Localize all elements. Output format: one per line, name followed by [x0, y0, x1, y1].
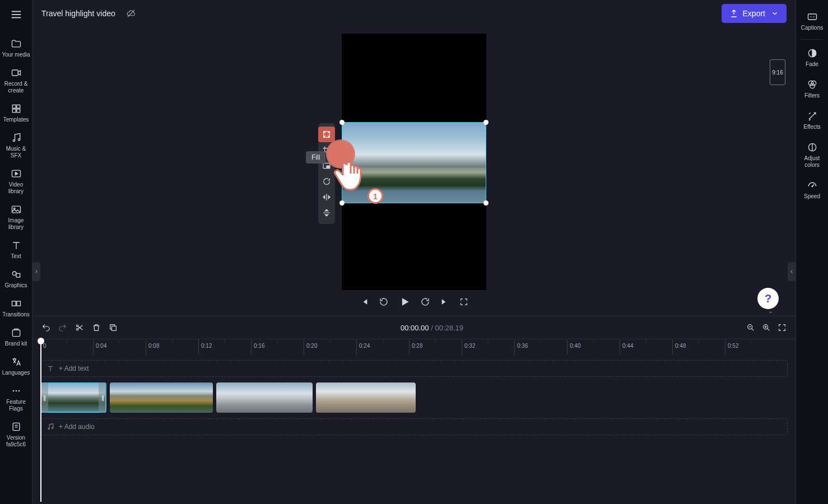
duplicate-button[interactable]: [109, 323, 118, 332]
fullscreen-button[interactable]: [459, 297, 468, 306]
sidebar-item-templates[interactable]: Templates: [0, 99, 32, 128]
sidebar-item-text[interactable]: Text: [0, 235, 32, 264]
go-end-button[interactable]: [440, 297, 449, 306]
ruler-minor-tick: [119, 339, 120, 344]
cursor-hand-icon: [332, 151, 372, 200]
timeline-clip[interactable]: [40, 382, 106, 413]
main-menu-button[interactable]: [5, 3, 27, 26]
ruler-tick: 0:40: [567, 339, 580, 354]
sidebar-item-your-media[interactable]: Your media: [0, 34, 32, 63]
left-sidebar: Your media Record & create Templates Mus…: [0, 0, 32, 504]
svg-rect-15: [12, 301, 16, 306]
rewind-5-icon: [379, 297, 389, 307]
sidebar-item-languages[interactable]: Languages: [0, 352, 32, 381]
rsb-label: Speed: [804, 193, 820, 200]
redo-icon: [58, 323, 67, 332]
export-button[interactable]: Export: [722, 4, 787, 23]
sidebar-item-brand-kit[interactable]: Brand kit: [0, 323, 32, 352]
image-library-icon: [10, 204, 22, 215]
more-icon: [10, 385, 22, 396]
aspect-ratio-label: 9:16: [772, 69, 783, 76]
timeline-clip[interactable]: [110, 382, 213, 413]
svg-point-20: [18, 390, 20, 392]
sidebar-label: Feature Flags: [1, 399, 31, 412]
go-start-button[interactable]: [360, 297, 369, 306]
sidebar-item-transitions[interactable]: Transitions: [0, 293, 32, 323]
resize-handle-tr[interactable]: [483, 120, 489, 125]
playhead[interactable]: [40, 339, 41, 502]
rsb-item-effects[interactable]: Effects: [796, 105, 828, 136]
rsb-item-fade[interactable]: Fade: [796, 42, 828, 73]
redo-button[interactable]: [58, 323, 67, 332]
rsb-item-adjust-colors[interactable]: Adjust colors: [796, 136, 828, 174]
timecode-display: 00:00.00 / 00:28.19: [401, 324, 463, 332]
zoom-out-button[interactable]: [746, 323, 755, 332]
sidebar-label: Record & create: [1, 81, 31, 94]
add-text-label: + Add text: [59, 365, 89, 372]
zoom-in-button[interactable]: [762, 323, 771, 332]
svg-point-39: [812, 186, 813, 187]
sidebar-item-feature-flags[interactable]: Feature Flags: [0, 381, 32, 417]
skip-back-icon: [360, 297, 369, 306]
add-text-track[interactable]: + Add text: [40, 360, 788, 377]
sidebar-item-music-sfx[interactable]: Music & SFX: [0, 128, 32, 164]
cloud-sync-icon[interactable]: [125, 8, 137, 18]
expand-right-panel[interactable]: [788, 262, 796, 281]
forward-frame-button[interactable]: [420, 297, 430, 307]
rsb-item-filters[interactable]: Filters: [796, 73, 828, 105]
play-button[interactable]: [399, 296, 410, 307]
ruler-minor-tick: [67, 339, 67, 344]
delete-button[interactable]: [92, 323, 101, 332]
ruler-tick: 0:52: [725, 339, 738, 354]
back-frame-button[interactable]: [379, 297, 389, 307]
ruler-minor-tick: [488, 339, 489, 344]
svg-rect-33: [808, 14, 816, 20]
rsb-item-speed[interactable]: Speed: [796, 174, 828, 206]
svg-point-32: [52, 427, 53, 428]
export-label: Export: [743, 9, 765, 18]
scissors-icon: [75, 323, 84, 332]
svg-rect-28: [111, 326, 116, 330]
svg-point-31: [48, 428, 49, 429]
undo-button[interactable]: [41, 323, 50, 332]
timeline-clip[interactable]: [216, 382, 313, 413]
trash-icon: [92, 323, 101, 332]
ruler-minor-tick: [435, 339, 436, 344]
camera-icon: [10, 67, 22, 78]
resize-handle-br[interactable]: [483, 200, 489, 206]
project-title[interactable]: Travel highlight video: [41, 9, 115, 18]
rsb-item-captions[interactable]: Captions: [796, 6, 828, 37]
timeline-section: 00:00.00 / 00:28.19 00:040:080:120:160:2…: [32, 316, 796, 504]
sidebar-item-video-library[interactable]: Video library: [0, 164, 32, 199]
ruler-tick: 0:12: [198, 339, 212, 354]
flip-vertical-button[interactable]: [318, 205, 335, 221]
ruler-minor-tick: [541, 339, 541, 344]
resize-handle-tl[interactable]: [339, 120, 345, 125]
sidebar-item-image-library[interactable]: Image library: [0, 199, 32, 235]
resize-handle-bl[interactable]: [339, 200, 345, 206]
timeline-clip[interactable]: [316, 382, 416, 413]
sidebar-item-record-create[interactable]: Record & create: [0, 63, 32, 99]
svg-rect-5: [16, 105, 20, 108]
ruler-tick: 0:16: [251, 339, 264, 354]
zoom-fit-icon: [778, 323, 787, 332]
sidebar-item-version[interactable]: Version fa9c5c6: [0, 417, 32, 452]
svg-point-26: [76, 325, 78, 326]
aspect-ratio-selector[interactable]: 9:16: [770, 59, 785, 85]
step-badge: 1: [368, 188, 383, 204]
expand-left-panel[interactable]: [32, 262, 40, 281]
copy-icon: [109, 323, 118, 332]
video-track[interactable]: [40, 382, 788, 413]
version-icon: [10, 421, 22, 432]
timeline-ruler[interactable]: 00:040:080:120:160:200:240:280:320:360:4…: [32, 339, 796, 354]
help-button[interactable]: ?: [757, 288, 779, 309]
split-button[interactable]: [75, 323, 84, 332]
svg-rect-25: [327, 166, 329, 167]
fill-button[interactable]: [318, 127, 335, 142]
zoom-fit-button[interactable]: [778, 323, 787, 332]
svg-rect-14: [16, 273, 20, 277]
sidebar-item-graphics[interactable]: Graphics: [0, 264, 32, 293]
play-icon: [399, 296, 410, 307]
add-audio-track[interactable]: + Add audio: [40, 418, 788, 435]
right-sidebar: Captions Fade Filters Effects Adjust col…: [796, 0, 828, 504]
